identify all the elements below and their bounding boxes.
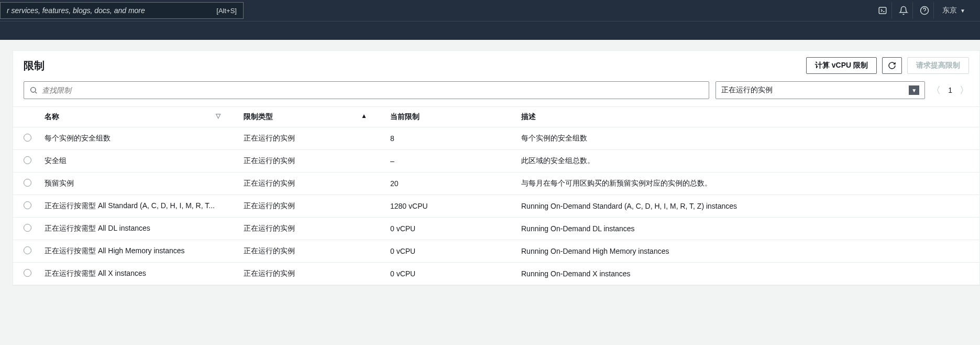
table-row[interactable]: 正在运行按需型 All X instances 正在运行的实例 0 vCPU R… [13,263,979,285]
search-placeholder: r services, features, blogs, docs, and m… [7,6,216,15]
compute-vcpu-label: 计算 vCPU 限制 [815,61,868,70]
cell-limit-type: 正在运行的实例 [237,263,384,285]
cell-current-limit: 0 vCPU [384,218,515,240]
request-increase-label: 请求提高限制 [916,61,960,70]
cell-current-limit: 20 [384,172,515,195]
col-header-description[interactable]: 描述 [515,107,979,127]
limits-panel: 限制 计算 vCPU 限制 请求提高限制 正在运行的实例 ▼ [13,50,980,286]
request-increase-button[interactable]: 请求提高限制 [907,57,969,74]
cloudshell-button[interactable] [873,2,892,19]
select-all-header [13,107,38,127]
page-prev-button[interactable]: 〈 [931,84,941,96]
table-row[interactable]: 正在运行按需型 All Standard (A, C, D, H, I, M, … [13,195,979,218]
row-radio[interactable] [24,201,31,209]
secondary-nav-bar [0,21,980,40]
help-icon [920,6,929,15]
refresh-icon [888,61,896,70]
cell-description: Running On-Demand High Memory instances [515,240,979,263]
table-row[interactable]: 正在运行按需型 All DL instances 正在运行的实例 0 vCPU … [13,218,979,240]
cell-current-limit: 0 vCPU [384,240,515,263]
cell-limit-type: 正在运行的实例 [237,150,384,172]
col-header-current-limit-label: 当前限制 [390,112,420,121]
cell-name: 正在运行按需型 All High Memory instances [45,246,223,256]
row-radio[interactable] [24,246,31,254]
row-radio[interactable] [24,156,31,164]
cell-name: 正在运行按需型 All Standard (A, C, D, H, I, M, … [45,201,223,211]
search-icon [29,86,38,94]
page-next-button[interactable]: 〉 [960,84,969,96]
sort-indicator-name: ▽ [216,112,221,120]
filter-search-input[interactable] [42,86,703,94]
row-radio[interactable] [24,134,31,142]
col-header-current-limit[interactable]: 当前限制 [384,107,515,127]
page-number: 1 [948,86,952,94]
region-label: 东京 [942,6,957,15]
col-header-limit-type-label: 限制类型 [244,112,273,121]
content: 限制 计算 vCPU 限制 请求提高限制 正在运行的实例 ▼ [0,40,980,286]
limit-type-dropdown[interactable]: 正在运行的实例 ▼ [715,81,925,99]
row-radio[interactable] [24,269,31,277]
region-selector[interactable]: 东京 ▼ [936,2,972,19]
cell-limit-type: 正在运行的实例 [237,195,384,218]
table-row[interactable]: 安全组 正在运行的实例 – 此区域的安全组总数。 [13,150,979,172]
cell-current-limit: 8 [384,127,515,150]
sort-indicator-type: ▲ [361,112,367,120]
cell-limit-type: 正在运行的实例 [237,127,384,150]
page-title: 限制 [24,59,45,73]
table-row[interactable]: 每个实例的安全组数 正在运行的实例 8 每个实例的安全组数 [13,127,979,150]
global-search[interactable]: r services, features, blogs, docs, and m… [0,2,244,19]
cell-current-limit: – [384,150,515,172]
table-row[interactable]: 预留实例 正在运行的实例 20 与每月在每个可用区购买的新预留实例对应的实例的总… [13,172,979,195]
cell-description: Running On-Demand Standard (A, C, D, H, … [515,195,979,218]
cell-description: Running On-Demand X instances [515,263,979,285]
nav-right: 东京 ▼ [873,2,972,19]
cell-name: 正在运行按需型 All DL instances [45,224,223,233]
dropdown-selected-label: 正在运行的实例 [721,85,773,95]
cell-description: Running On-Demand DL instances [515,218,979,240]
help-button[interactable] [915,2,934,19]
cell-name: 预留实例 [45,179,223,188]
col-header-limit-type[interactable]: 限制类型 ▲ [237,107,384,127]
filter-search-wrap[interactable] [24,81,709,99]
cell-current-limit: 0 vCPU [384,263,515,285]
table-row[interactable]: 正在运行按需型 All High Memory instances 正在运行的实… [13,240,979,263]
col-header-description-label: 描述 [521,112,536,121]
cell-current-limit: 1280 vCPU [384,195,515,218]
cell-limit-type: 正在运行的实例 [237,218,384,240]
cell-limit-type: 正在运行的实例 [237,172,384,195]
dropdown-caret-icon: ▼ [909,85,919,95]
svg-point-2 [31,88,36,92]
bell-icon [899,6,908,15]
notifications-button[interactable] [894,2,913,19]
filter-row: 正在运行的实例 ▼ 〈 1 〉 [13,78,979,106]
row-radio[interactable] [24,224,31,232]
pagination: 〈 1 〉 [931,84,969,96]
cloudshell-icon [878,6,887,15]
top-nav: r services, features, blogs, docs, and m… [0,0,980,21]
row-radio[interactable] [24,179,31,187]
col-header-name[interactable]: 名称 ▽ [38,107,237,127]
cell-limit-type: 正在运行的实例 [237,240,384,263]
cell-name: 正在运行按需型 All X instances [45,269,223,278]
refresh-button[interactable] [882,57,902,74]
caret-down-icon: ▼ [960,8,965,14]
cell-description: 与每月在每个可用区购买的新预留实例对应的实例的总数。 [515,172,979,195]
cell-description: 每个实例的安全组数 [515,127,979,150]
cell-name: 安全组 [45,156,223,166]
search-shortcut-hint: [Alt+S] [216,7,237,15]
limits-table: 名称 ▽ 限制类型 ▲ 当前限制 描述 每个实例 [13,106,979,285]
cell-description: 此区域的安全组总数。 [515,150,979,172]
cell-name: 每个实例的安全组数 [45,134,223,143]
table-header-row: 名称 ▽ 限制类型 ▲ 当前限制 描述 [13,107,979,127]
panel-header: 限制 计算 vCPU 限制 请求提高限制 [13,51,979,78]
panel-actions: 计算 vCPU 限制 请求提高限制 [806,57,969,74]
col-header-name-label: 名称 [45,112,59,121]
compute-vcpu-button[interactable]: 计算 vCPU 限制 [806,57,877,74]
